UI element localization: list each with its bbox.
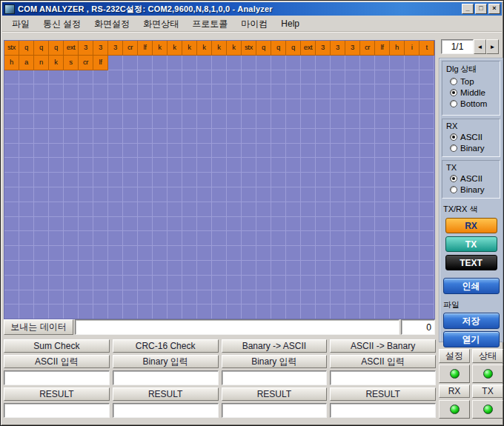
grid-cell[interactable]: lf (93, 56, 108, 70)
menu-item-2[interactable]: 통신 설정 (36, 16, 87, 32)
tool-input-field[interactable] (330, 370, 436, 385)
grid-cell[interactable]: k (153, 41, 168, 56)
grid-cell[interactable]: t (420, 41, 434, 56)
prev-arrow-icon: ◄ (477, 44, 483, 50)
send-data-input[interactable] (75, 319, 399, 335)
grid-cell[interactable]: k (168, 41, 182, 56)
radio-icon (450, 144, 457, 152)
tool-input-field[interactable] (4, 370, 110, 385)
grid-cell[interactable]: k (212, 41, 227, 56)
menu-item-1[interactable]: 파일 (5, 16, 36, 32)
text-color-button[interactable]: TEXT (445, 255, 497, 270)
rx-color-button[interactable]: RX (445, 218, 497, 233)
tx-display-group-option-binary[interactable]: Binary (450, 185, 500, 194)
status-leds-top (439, 365, 503, 383)
rx-display-group-option-ascii[interactable]: ASCII (450, 133, 500, 142)
rxtx-header-2: TX (472, 385, 503, 398)
grid-cell[interactable]: lf (375, 41, 390, 56)
tool-result-field[interactable] (330, 403, 436, 418)
tx-color-button[interactable]: TX (445, 236, 497, 252)
page-indicator: 1/1 (441, 39, 474, 54)
close-button[interactable]: × (488, 4, 500, 14)
save-button[interactable]: 저장 (443, 313, 500, 329)
tool-input-label[interactable]: Binary 입력 (222, 355, 328, 368)
status-led-2 (472, 365, 503, 383)
window-controls: _ □ × (462, 4, 500, 14)
dlg-status-group-option-middle[interactable]: Middle (450, 88, 500, 97)
menu-item-3[interactable]: 화면설정 (87, 16, 136, 32)
tool-result-label[interactable]: RESULT (222, 387, 328, 401)
rx-display-group-option-binary[interactable]: Binary (450, 144, 500, 153)
grid-cell[interactable]: n (34, 56, 49, 70)
tool-input-label[interactable]: Binary 입력 (113, 355, 219, 368)
grid-cell[interactable]: cr (79, 56, 93, 70)
page-navigator: 1/1 ◄ ► (441, 39, 499, 54)
grid-cell[interactable]: ext (64, 41, 79, 56)
page-next-button[interactable]: ► (486, 39, 499, 54)
tool-result-label[interactable]: RESULT (4, 387, 110, 401)
grid-cell[interactable]: i (405, 41, 420, 56)
grid-cell[interactable]: k (182, 41, 197, 56)
tool-header[interactable]: Sum Check (4, 339, 110, 353)
grid-cell[interactable]: stx (242, 41, 256, 56)
grid-cell[interactable]: cr (123, 41, 138, 56)
app-window: COM ANALYZER , RS-232C설정: COM2,9600,N,8,… (0, 0, 504, 426)
grid-cell[interactable]: q (19, 41, 34, 56)
send-count-field[interactable]: 0 (401, 319, 435, 335)
grid-cell[interactable]: q (271, 41, 286, 56)
app-icon[interactable] (4, 4, 15, 14)
tx-display-group-title: TX (442, 161, 500, 173)
grid-cell[interactable]: ext (301, 41, 316, 56)
grid-cell[interactable]: q (49, 41, 64, 56)
tool-result-label[interactable]: RESULT (330, 387, 436, 401)
tool-result-field[interactable] (4, 403, 110, 418)
menu-item-5[interactable]: 프로토콜 (185, 16, 234, 32)
menu-item-6[interactable]: 마이컴 (234, 16, 274, 32)
grid-cell[interactable]: 3 (345, 41, 360, 56)
maximize-button[interactable]: □ (475, 4, 487, 14)
grid-cell[interactable]: q (34, 41, 49, 56)
tool-header[interactable]: Banary -> ASCII (222, 339, 328, 353)
dlg-status-group-option-bottom[interactable]: Bottom (450, 99, 500, 108)
grid-cell[interactable]: 3 (79, 41, 93, 56)
grid-cell[interactable]: q (256, 41, 271, 56)
tool-result-field[interactable] (113, 403, 219, 418)
tool-input-label[interactable]: ASCII 입력 (4, 355, 110, 368)
rx-display-group: RXASCIIBinary (442, 119, 500, 157)
tool-input-label[interactable]: ASCII 입력 (330, 355, 436, 368)
grid-cell[interactable]: h (4, 56, 19, 70)
data-grid[interactable]: stxqqqext333crlfkkkkkkstxqqqext333crlfhi… (4, 40, 435, 319)
grid-cell[interactable]: a (19, 56, 34, 70)
tx-display-group-option-ascii[interactable]: ASCII (450, 174, 500, 183)
tool-input-field[interactable] (222, 370, 328, 385)
grid-cell[interactable]: 3 (331, 41, 345, 56)
grid-cell[interactable]: cr (360, 41, 375, 56)
radio-option-label: Bottom (460, 99, 487, 108)
grid-cell[interactable]: k (227, 41, 242, 56)
dlg-status-group-option-top[interactable]: Top (450, 77, 500, 86)
print-button[interactable]: 인쇄 (443, 278, 500, 294)
grid-cell[interactable]: 3 (316, 41, 331, 56)
tool-input-field[interactable] (113, 370, 219, 385)
grid-cell[interactable]: lf (138, 41, 153, 56)
tool-header[interactable]: CRC-16 Check (113, 339, 219, 353)
minimize-button[interactable]: _ (462, 4, 474, 14)
tool-result-field[interactable] (222, 403, 328, 418)
grid-cell[interactable]: 3 (108, 41, 123, 56)
grid-cell[interactable]: k (49, 56, 64, 70)
tool-result-label[interactable]: RESULT (113, 387, 219, 401)
page-prev-button[interactable]: ◄ (474, 39, 486, 54)
grid-cell[interactable]: q (286, 41, 301, 56)
grid-cell[interactable]: stx (4, 41, 19, 56)
menu-item-7[interactable]: Help (274, 17, 306, 30)
rx-display-group-title: RX (442, 119, 500, 131)
menu-item-4[interactable]: 화면상태 (136, 16, 185, 32)
grid-cell[interactable]: s (64, 56, 79, 70)
send-data-label[interactable]: 보내는 데이터 (4, 319, 73, 335)
open-button[interactable]: 열기 (443, 331, 500, 347)
radio-option-label: Binary (460, 185, 485, 194)
grid-cell[interactable]: h (390, 41, 405, 56)
grid-cell[interactable]: 3 (93, 41, 108, 56)
grid-cell[interactable]: k (197, 41, 212, 56)
tool-header[interactable]: ASCII -> Banary (330, 339, 436, 353)
